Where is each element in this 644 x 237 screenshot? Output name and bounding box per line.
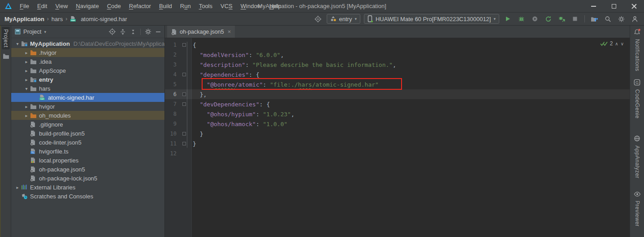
line-number[interactable]: 6 <box>165 91 177 97</box>
code-line-9[interactable]: 9 "@ohos/hamock": "1.0.0" <box>165 119 630 129</box>
tree-item-gitignore[interactable]: .gitignore <box>11 120 164 129</box>
tree-item-entry[interactable]: ▸entry <box>11 75 164 84</box>
tree-item-hvigor[interactable]: ▸hvigor <box>11 102 164 111</box>
chevron-right-icon[interactable]: ▸ <box>23 59 30 64</box>
previous-problem-icon[interactable]: ∧ <box>615 41 618 46</box>
breadcrumb-file[interactable]: atomic-signed.har <box>81 16 127 22</box>
chevron-right-icon[interactable]: ▸ <box>23 77 30 82</box>
maximize-button[interactable] <box>604 0 624 13</box>
hide-panel-icon[interactable] <box>156 29 161 35</box>
account-button[interactable] <box>630 14 640 24</box>
menu-code[interactable]: Code <box>103 3 125 9</box>
search-everywhere-button[interactable] <box>603 14 613 24</box>
fold-marker-icon[interactable] <box>177 43 192 47</box>
breadcrumb-folder[interactable]: hars <box>52 16 63 22</box>
rerun-button[interactable] <box>543 14 553 24</box>
chevron-down-icon[interactable]: ▾ <box>14 41 21 46</box>
line-number[interactable]: 9 <box>165 121 177 127</box>
fold-marker-icon[interactable] <box>177 102 192 106</box>
project-panel-title[interactable]: Project <box>23 28 41 35</box>
code-line-2[interactable]: 2 "modelVersion": "6.0.0", <box>165 50 630 60</box>
profile-button[interactable] <box>530 14 540 24</box>
tree-item-appscope[interactable]: ▸AppScope <box>11 66 164 75</box>
tree-item-myapplication[interactable]: ▾MyApplicationD:\Data\DevEcoProjects\MyA… <box>11 39 164 48</box>
tab-oh-package-json5[interactable]: oh-package.json5 × <box>167 26 235 38</box>
line-number[interactable]: 2 <box>165 52 177 58</box>
menu-tools[interactable]: Tools <box>195 3 216 9</box>
code-editor[interactable]: 1{2 "modelVersion": "6.0.0",3 "descripti… <box>165 38 630 237</box>
inspections-widget[interactable]: 2 ∧ ∨ <box>600 40 624 47</box>
code-line-7[interactable]: 7 "devDependencies": { <box>165 99 630 109</box>
chevron-right-icon[interactable]: ▸ <box>23 50 30 55</box>
line-number[interactable]: 3 <box>165 61 177 68</box>
device-select[interactable]: HUAWEI Mate 60 Pro[FMR0223C13000012] ▾ <box>364 14 499 24</box>
chevron-down-icon[interactable]: ▾ <box>23 86 30 91</box>
line-number[interactable]: 7 <box>165 101 177 107</box>
project-tool-window-button[interactable]: Project <box>2 27 10 49</box>
tree-item-oh-package-lock-json5[interactable]: oh-package-lock.json5 <box>11 174 164 183</box>
tree-item-atomic-signed-har[interactable]: HARatomic-signed.har <box>11 93 164 102</box>
code-line-6[interactable]: 6 }, <box>165 89 630 99</box>
panel-options-icon[interactable] <box>145 28 151 35</box>
tree-item-external-libraries[interactable]: ▸External Libraries <box>11 183 164 192</box>
code-line-8[interactable]: 8 "@ohos/hypium": "1.0.23", <box>165 109 630 119</box>
menu-view[interactable]: View <box>51 3 72 9</box>
code-line-12[interactable]: 12 <box>165 149 630 158</box>
collapse-all-icon[interactable] <box>130 29 136 35</box>
line-number[interactable]: 1 <box>165 42 177 48</box>
menu-navigate[interactable]: Navigate <box>72 3 103 9</box>
code-line-11[interactable]: 11} <box>165 139 630 149</box>
line-number[interactable]: 5 <box>165 81 177 88</box>
select-opened-file-icon[interactable] <box>109 28 116 35</box>
fold-end-icon[interactable] <box>182 132 186 136</box>
chevron-down-icon[interactable]: ▾ <box>44 30 46 34</box>
run-button[interactable] <box>503 14 513 24</box>
chevron-right-icon[interactable]: ▸ <box>23 104 30 109</box>
chevron-right-icon[interactable]: ▸ <box>23 113 30 118</box>
fold-end-icon[interactable] <box>182 142 186 145</box>
tree-item-code-linter-json5[interactable]: code-linter.json5 <box>11 138 164 147</box>
menu-edit[interactable]: Edit <box>33 3 51 9</box>
appanalyzer-tool-window-button[interactable]: AppAnalyzer <box>634 135 640 179</box>
menu-vcs[interactable]: VCS <box>216 3 237 9</box>
menu-file[interactable]: File <box>16 3 33 9</box>
code-line-10[interactable]: 10 } <box>165 129 630 139</box>
tree-item-idea[interactable]: ▸.idea <box>11 57 164 66</box>
line-number[interactable]: 4 <box>165 71 177 78</box>
tree-item-build-profile-json5[interactable]: build-profile.json5 <box>11 129 164 138</box>
fold-marker-icon[interactable] <box>177 73 192 76</box>
attach-debugger-button[interactable] <box>557 14 566 24</box>
codegenie-tool-window-button[interactable]: GCodeGenie <box>634 79 640 118</box>
debug-button[interactable] <box>516 14 526 24</box>
tree-item-hvigorfile-ts[interactable]: TShvigorfile.ts <box>11 147 164 156</box>
line-number[interactable]: 12 <box>165 150 177 157</box>
tree-item-oh-modules[interactable]: ▸oh_modules <box>11 111 164 120</box>
chevron-right-icon[interactable]: ▸ <box>23 68 30 73</box>
tree-item-hars[interactable]: ▾hars <box>11 84 164 93</box>
fold-marker-icon[interactable] <box>177 132 192 136</box>
code-line-3[interactable]: 3 "description": "Please describe the ba… <box>165 60 630 70</box>
previewer-tool-window-button[interactable]: Previewer <box>634 191 641 227</box>
tree-item-scratches-and-consoles[interactable]: Scratches and Consoles <box>11 192 164 201</box>
chevron-right-icon[interactable]: ▸ <box>14 185 21 190</box>
tree-item-hvigor[interactable]: ▸.hvigor <box>11 48 164 57</box>
stop-button[interactable] <box>570 14 580 24</box>
menu-build[interactable]: Build <box>155 3 176 9</box>
fold-marker-icon[interactable] <box>177 92 192 96</box>
fold-start-icon[interactable] <box>182 43 186 47</box>
code-line-1[interactable]: 1{ <box>165 40 630 50</box>
fold-marker-icon[interactable] <box>177 142 192 145</box>
notifications-tool-window-button[interactable]: Notifications <box>634 29 641 71</box>
fold-end-icon[interactable] <box>182 92 186 96</box>
close-button[interactable] <box>624 0 644 13</box>
line-number[interactable]: 11 <box>165 140 177 147</box>
settings-button[interactable] <box>616 14 626 24</box>
run-configuration-select[interactable]: entry ▾ <box>327 14 360 24</box>
breadcrumb-project[interactable]: MyApplication <box>4 16 44 22</box>
fold-start-icon[interactable] <box>182 102 186 106</box>
tab-close-icon[interactable]: × <box>228 28 231 35</box>
fold-start-icon[interactable] <box>182 73 186 76</box>
minimize-button[interactable] <box>583 0 604 13</box>
line-number[interactable]: 10 <box>165 131 177 137</box>
tree-item-oh-package-json5[interactable]: oh-package.json5 <box>11 165 164 174</box>
